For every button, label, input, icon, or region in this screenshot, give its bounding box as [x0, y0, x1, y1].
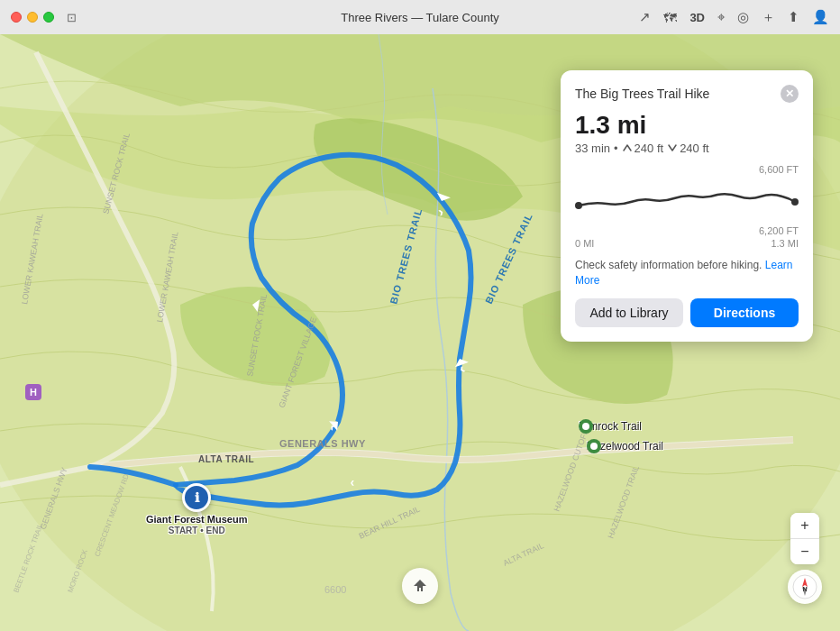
rimrock-icon	[579, 419, 593, 434]
info-card-header: The Big Trees Trail Hike ✕	[575, 85, 799, 103]
threed-button[interactable]: 3D	[689, 11, 705, 24]
directions-float-button[interactable]	[402, 568, 438, 604]
directions-button[interactable]: Directions	[690, 298, 799, 327]
rimrock-marker[interactable]: Rimrock Trail	[579, 420, 642, 433]
location-icon[interactable]: ◎	[737, 9, 749, 25]
directions-icon[interactable]: ↗	[639, 9, 651, 25]
poi-marker[interactable]: ℹ Giant Forest Museum START • END	[146, 483, 247, 535]
traffic-lights	[11, 12, 54, 23]
elevation-chart: 6,600 FT 6,200 FT 0 MI 1.3 MI	[575, 164, 799, 249]
svg-text:GENERALS HWY: GENERALS HWY	[279, 438, 366, 449]
add-icon[interactable]: ＋	[762, 9, 775, 26]
titlebar: ⊡ Three Rivers — Tulare County ↗ 🗺 3D ⌖ …	[0, 0, 840, 34]
svg-text:6600: 6600	[324, 584, 346, 595]
hazelwood-icon	[587, 439, 601, 453]
add-to-library-button[interactable]: Add to Library	[575, 298, 683, 327]
card-buttons: Add to Library Directions	[575, 298, 799, 327]
elevation-svg	[575, 177, 799, 222]
trail-details: 33 min • 240 ft 240 ft	[575, 142, 799, 155]
compass-button[interactable]: N	[788, 570, 822, 604]
safety-text: Check safety information before hiking. …	[575, 258, 799, 288]
poi-name-label: Giant Forest Museum START • END	[146, 514, 247, 535]
poi-circle-icon: ℹ	[182, 483, 211, 512]
zoom-out-button[interactable]: −	[790, 539, 819, 564]
map-container[interactable]: › › › › BIO TREES TRAIL BIO TREES TRAIL …	[0, 34, 840, 631]
window-icon: ⊡	[67, 11, 77, 24]
hospital-marker: H	[25, 384, 41, 400]
zoom-controls: + −	[790, 513, 819, 564]
close-card-button[interactable]: ✕	[781, 85, 799, 103]
titlebar-actions: ↗ 🗺 3D ⌖ ◎ ＋ ⬆ 👤	[639, 9, 829, 26]
svg-text:N: N	[802, 586, 807, 592]
svg-text:›: ›	[350, 477, 354, 491]
map-controls: + − N	[788, 513, 822, 604]
maximize-button[interactable]	[43, 12, 54, 23]
hazelwood-marker[interactable]: Hazelwood Trail	[587, 440, 663, 453]
map-icon[interactable]: 🗺	[663, 10, 677, 25]
distance-display: 1.3 mi	[575, 112, 799, 140]
profile-icon[interactable]: 👤	[812, 9, 829, 25]
zoom-in-button[interactable]: +	[790, 513, 819, 538]
minimize-button[interactable]	[27, 12, 38, 23]
svg-text:ALTA TRAIL: ALTA TRAIL	[198, 454, 254, 464]
close-button[interactable]	[11, 12, 22, 23]
window-title: Three Rivers — Tulare County	[341, 11, 499, 24]
info-card: The Big Trees Trail Hike ✕ 1.3 mi 33 min…	[561, 70, 813, 342]
binoculars-icon[interactable]: ⌖	[717, 9, 725, 25]
share-icon[interactable]: ⬆	[788, 9, 799, 25]
trail-title: The Big Trees Trail Hike	[575, 87, 709, 101]
